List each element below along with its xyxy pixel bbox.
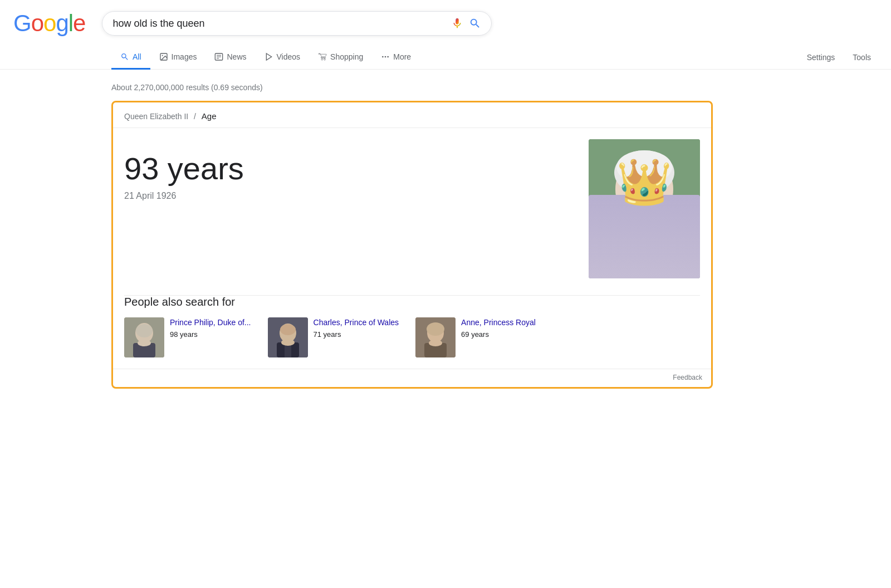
svg-point-13 [614, 150, 674, 195]
more-tab-icon [381, 52, 390, 61]
svg-point-20 [665, 200, 670, 206]
svg-point-19 [618, 200, 624, 206]
panel-category: Age [202, 111, 217, 121]
logo-g2: g [56, 10, 68, 36]
person-img-charles [268, 317, 308, 357]
knowledge-panel: Queen Elizabeth II / Age 93 years 21 Apr… [111, 101, 713, 389]
people-section: People also search for Princ [113, 296, 711, 369]
svg-point-14 [616, 150, 672, 184]
svg-point-18 [634, 229, 643, 238]
svg-rect-11 [589, 206, 700, 278]
person-img-anne [415, 317, 456, 357]
shopping-tab-icon [318, 52, 327, 61]
person-age-anne: 69 years [461, 330, 536, 339]
person-age-charles: 71 years [314, 330, 399, 339]
tab-videos[interactable]: Videos [256, 46, 310, 70]
tab-all-label: All [133, 52, 141, 61]
svg-marker-6 [266, 53, 271, 60]
logo-o2: o [43, 10, 56, 36]
queen-image [589, 139, 700, 278]
search-submit-icon[interactable] [469, 17, 481, 30]
panel-header: Queen Elizabeth II / Age [113, 102, 711, 128]
svg-point-7 [382, 56, 384, 58]
settings-link[interactable]: Settings [798, 46, 844, 68]
tab-more[interactable]: More [372, 46, 420, 70]
breadcrumb-slash: / [194, 112, 198, 121]
svg-point-31 [281, 339, 295, 346]
header: Google [0, 0, 891, 37]
svg-point-16 [648, 189, 654, 192]
svg-point-15 [635, 189, 640, 192]
feedback-link[interactable]: Feedback [673, 374, 702, 381]
google-logo: Google [13, 10, 85, 37]
person-name-philip[interactable]: Prince Philip, Duke of... [170, 317, 251, 329]
person-name-anne[interactable]: Anne, Princess Royal [461, 317, 536, 329]
person-item-philip[interactable]: Prince Philip, Duke of... 98 years [124, 317, 251, 357]
logo-g1: G [13, 10, 31, 36]
search-icons [451, 17, 481, 30]
results-section: About 2,270,000,000 results (0.69 second… [0, 70, 891, 389]
person-info-anne: Anne, Princess Royal 69 years [461, 317, 536, 339]
all-tab-icon [120, 52, 129, 61]
logo-l: l [68, 10, 73, 36]
tab-images-label: Images [172, 52, 197, 61]
person-item-charles[interactable]: Charles, Prince of Wales 71 years [268, 317, 399, 357]
search-bar[interactable] [102, 11, 492, 36]
feedback-row: Feedback [113, 369, 711, 387]
svg-point-9 [388, 56, 389, 58]
tab-videos-label: Videos [277, 52, 301, 61]
videos-tab-icon [265, 52, 273, 61]
results-count: About 2,270,000,000 results (0.69 second… [111, 79, 891, 101]
people-list: Prince Philip, Duke of... 98 years [124, 317, 700, 357]
people-section-title: People also search for [124, 296, 700, 308]
images-tab-icon [159, 52, 168, 61]
tab-shopping[interactable]: Shopping [309, 46, 372, 70]
nav-right: Settings Tools [798, 46, 891, 68]
person-info-charles: Charles, Prince of Wales 71 years [314, 317, 399, 339]
tab-all[interactable]: All [111, 46, 150, 70]
panel-body: 93 years 21 April 1926 [113, 128, 711, 295]
tools-link[interactable]: Tools [844, 46, 880, 68]
svg-point-36 [429, 340, 442, 346]
svg-point-12 [615, 156, 673, 223]
tab-more-label: More [393, 52, 411, 61]
tab-news-label: News [227, 52, 246, 61]
news-tab-icon [214, 52, 223, 61]
age-value: 93 years [124, 150, 577, 187]
panel-subject: Queen Elizabeth II [124, 112, 188, 121]
person-img-philip [124, 317, 164, 357]
svg-point-23 [136, 324, 153, 337]
person-info-philip: Prince Philip, Duke of... 98 years [170, 317, 251, 339]
nav-tabs: All Images News Videos Shopping [0, 40, 891, 70]
tab-images[interactable]: Images [150, 46, 206, 70]
svg-point-25 [138, 340, 151, 346]
person-item-anne[interactable]: Anne, Princess Royal 69 years [415, 317, 536, 357]
svg-point-28 [280, 324, 296, 335]
birth-date: 21 April 1926 [124, 191, 577, 201]
person-name-charles[interactable]: Charles, Prince of Wales [314, 317, 399, 329]
search-input[interactable] [112, 18, 444, 30]
tab-news[interactable]: News [205, 46, 255, 70]
panel-content-left: 93 years 21 April 1926 [124, 139, 589, 284]
logo-e: e [73, 10, 85, 36]
mic-icon[interactable] [451, 17, 463, 30]
tab-shopping-label: Shopping [330, 52, 363, 61]
person-age-philip: 98 years [170, 330, 251, 339]
svg-point-1 [161, 55, 163, 56]
svg-point-17 [642, 225, 647, 229]
svg-point-34 [427, 322, 444, 336]
svg-rect-10 [589, 139, 700, 206]
svg-point-8 [385, 56, 386, 58]
logo-o1: o [31, 10, 43, 36]
